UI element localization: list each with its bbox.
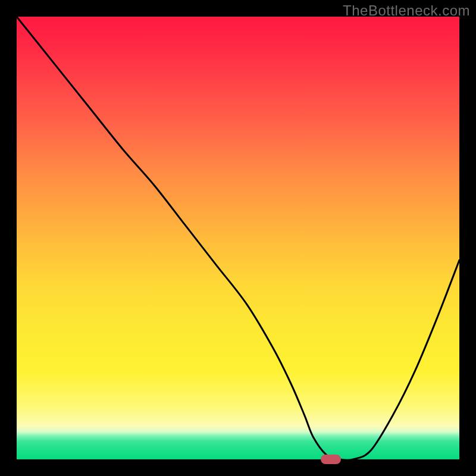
plot-area xyxy=(17,17,459,459)
curve-path xyxy=(17,17,459,459)
watermark-text: TheBottleneck.com xyxy=(343,2,470,19)
bottleneck-curve xyxy=(17,17,459,459)
chart-frame: TheBottleneck.com xyxy=(0,0,476,476)
optimal-marker xyxy=(321,455,341,464)
